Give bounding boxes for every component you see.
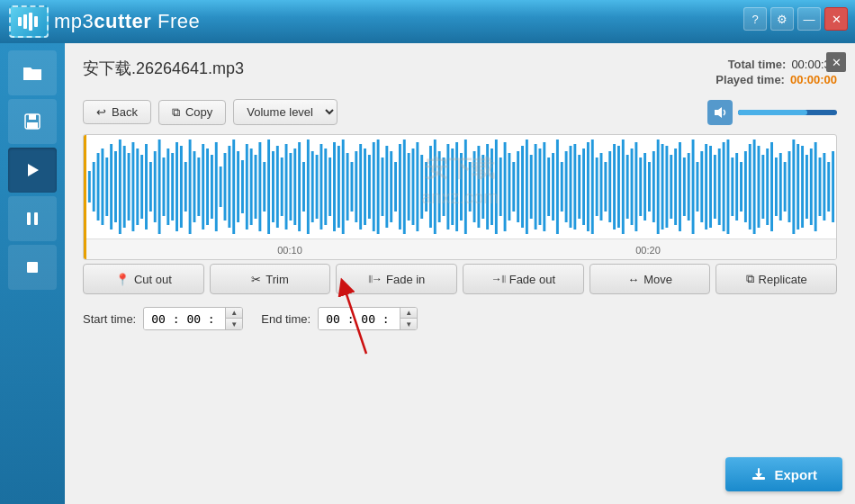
end-time-label: End time: xyxy=(261,312,310,326)
svg-marker-11 xyxy=(715,107,722,118)
svg-rect-59 xyxy=(293,148,296,225)
settings-button[interactable]: ⚙ xyxy=(770,7,794,31)
move-button[interactable]: ↔ Move xyxy=(590,264,711,294)
svg-rect-182 xyxy=(832,151,834,222)
sidebar-btn-save[interactable] xyxy=(8,99,57,144)
svg-rect-141 xyxy=(652,151,655,222)
svg-rect-57 xyxy=(285,144,288,230)
end-time-up[interactable]: ▲ xyxy=(400,308,417,319)
sidebar-btn-stop[interactable] xyxy=(8,245,57,290)
svg-rect-9 xyxy=(34,212,38,225)
svg-rect-85 xyxy=(408,153,410,220)
svg-rect-72 xyxy=(350,162,353,212)
svg-rect-159 xyxy=(731,158,734,216)
svg-rect-36 xyxy=(194,151,196,222)
back-button[interactable]: ↩ Back xyxy=(83,100,151,124)
fadeout-button[interactable]: →⫴ Fade out xyxy=(463,264,584,294)
svg-rect-76 xyxy=(368,155,371,219)
end-time-down[interactable]: ▼ xyxy=(400,319,417,329)
svg-rect-179 xyxy=(819,158,822,216)
timeline-mark-3: 00:20 xyxy=(635,245,661,256)
svg-rect-161 xyxy=(740,162,742,212)
svg-rect-149 xyxy=(688,153,690,220)
svg-rect-58 xyxy=(289,153,292,220)
waveform-container[interactable]: 安下载 anxz.com 00:10 00:20 xyxy=(83,134,837,260)
svg-rect-34 xyxy=(184,162,187,212)
start-time-down[interactable]: ▼ xyxy=(226,319,242,329)
svg-rect-88 xyxy=(420,155,423,219)
svg-rect-102 xyxy=(482,155,484,219)
fadein-button[interactable]: ⫴→ Fade in xyxy=(336,264,457,294)
svg-rect-0 xyxy=(18,17,22,26)
svg-rect-152 xyxy=(700,151,703,222)
sidebar-btn-folder[interactable] xyxy=(8,50,57,95)
svg-rect-52 xyxy=(263,162,266,212)
svg-rect-66 xyxy=(324,148,327,225)
svg-rect-86 xyxy=(412,148,415,225)
sidebar-btn-pause[interactable] xyxy=(8,196,57,241)
start-time-input-group: ▲ ▼ xyxy=(143,307,243,330)
svg-rect-19 xyxy=(119,140,122,234)
fadeout-label: Fade out xyxy=(509,273,555,286)
svg-rect-32 xyxy=(176,142,178,231)
minimize-button[interactable]: — xyxy=(797,7,821,31)
svg-rect-119 xyxy=(556,140,559,234)
replicate-icon: ⧉ xyxy=(746,272,754,286)
close-button[interactable]: ✕ xyxy=(824,7,848,31)
cutout-button[interactable]: 📍 Cut out xyxy=(83,264,204,294)
export-button[interactable]: Export xyxy=(725,457,842,491)
svg-rect-25 xyxy=(145,144,148,230)
svg-rect-56 xyxy=(281,158,284,216)
svg-rect-137 xyxy=(634,142,637,231)
volume-select[interactable]: Volume level 10% 20% 50% 100% 150% 200% xyxy=(233,99,338,125)
svg-rect-84 xyxy=(403,140,406,234)
fadeout-icon: →⫴ xyxy=(491,273,505,285)
copy-icon: ⧉ xyxy=(172,105,180,120)
svg-rect-174 xyxy=(796,144,799,230)
svg-rect-133 xyxy=(617,146,620,228)
svg-rect-116 xyxy=(543,142,545,231)
svg-rect-178 xyxy=(814,142,817,231)
trim-button[interactable]: ✂ Trim xyxy=(210,264,331,294)
svg-rect-175 xyxy=(801,146,804,228)
start-time-field: Start time: ▲ ▼ xyxy=(83,307,243,330)
sidebar-btn-play[interactable] xyxy=(8,148,57,193)
start-time-up[interactable]: ▲ xyxy=(226,308,242,319)
app-title: mp3cutter Free xyxy=(54,10,200,33)
svg-rect-87 xyxy=(416,142,418,231)
start-time-input[interactable] xyxy=(144,309,225,329)
fadein-label: Fade in xyxy=(386,273,425,286)
svg-rect-73 xyxy=(355,151,357,222)
svg-rect-91 xyxy=(434,140,436,234)
content-close-button[interactable]: ✕ xyxy=(826,52,846,72)
svg-rect-60 xyxy=(298,142,301,231)
svg-rect-61 xyxy=(302,162,305,212)
svg-rect-18 xyxy=(114,151,117,222)
svg-rect-75 xyxy=(364,148,366,225)
svg-rect-104 xyxy=(490,148,493,225)
svg-rect-151 xyxy=(696,162,698,212)
svg-rect-62 xyxy=(307,140,310,234)
svg-rect-68 xyxy=(333,142,336,231)
help-button[interactable]: ? xyxy=(743,7,767,31)
svg-rect-46 xyxy=(237,151,239,222)
svg-rect-89 xyxy=(425,162,428,212)
volume-slider[interactable] xyxy=(738,110,837,115)
content-area: ✕ 安下载.26264641.mp3 Total time: 00:00:30 … xyxy=(65,43,855,504)
svg-rect-172 xyxy=(788,151,791,222)
end-time-input-group: ▲ ▼ xyxy=(318,307,418,330)
copy-button[interactable]: ⧉ Copy xyxy=(158,100,226,125)
svg-rect-80 xyxy=(385,146,388,228)
end-time-input[interactable] xyxy=(319,309,400,329)
svg-rect-125 xyxy=(582,148,585,225)
svg-rect-117 xyxy=(547,158,550,216)
replicate-button[interactable]: ⧉ Replicate xyxy=(716,264,837,294)
svg-rect-127 xyxy=(591,140,594,234)
svg-rect-103 xyxy=(486,144,489,230)
waveform-timeline: 00:10 00:20 xyxy=(84,238,836,260)
svg-rect-31 xyxy=(171,153,174,220)
time-controls: Start time: ▲ ▼ End time: ▲ ▼ xyxy=(83,307,837,330)
svg-rect-144 xyxy=(665,146,668,228)
svg-rect-27 xyxy=(154,151,157,222)
svg-rect-128 xyxy=(596,158,598,216)
